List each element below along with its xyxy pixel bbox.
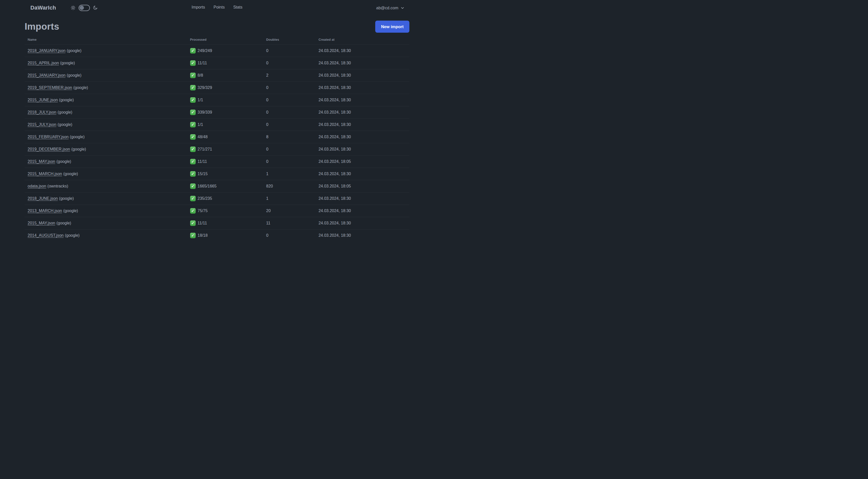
column-header-created-at: Created at: [315, 36, 409, 45]
name-cell: 2014_AUGUST.json(google): [25, 230, 187, 240]
import-file-link[interactable]: 2013_MARCH.json: [28, 209, 62, 213]
processed-cell: ✓ 8/8: [187, 69, 263, 82]
new-import-button[interactable]: New import: [375, 21, 409, 33]
doubles-cell: 0: [263, 45, 315, 57]
doubles-cell: 0: [263, 230, 315, 240]
created-at-cell: 24.03.2024, 18:30: [315, 143, 409, 155]
import-source-label: (owntracks): [48, 184, 68, 188]
processed-count: 48/48: [198, 135, 208, 139]
nav-link-points[interactable]: Points: [214, 5, 224, 9]
import-file-link[interactable]: 2019_SEPTEMBER.json: [28, 85, 72, 90]
processed-cell: ✓ 11/11: [187, 217, 263, 230]
processed-count: 1665/1665: [198, 184, 217, 188]
chevron-down-icon: [401, 6, 404, 10]
table-row: odata.json(owntracks) ✓ 1665/1665 820 24…: [25, 180, 409, 192]
table-row: 2015_MARCH.json(google) ✓ 15/15 1 24.03.…: [25, 168, 409, 180]
name-cell: odata.json(owntracks): [25, 180, 187, 192]
check-icon: ✓: [190, 72, 196, 78]
name-cell: 2015_JUNE.json(google): [25, 94, 187, 106]
processed-cell: ✓ 11/11: [187, 155, 263, 168]
import-file-link[interactable]: 2018_JUNE.json: [28, 196, 58, 201]
processed-cell: ✓ 18/18: [187, 230, 263, 240]
table-row: 2019_DECEMBER.json(google) ✓ 271/271 0 2…: [25, 143, 409, 155]
doubles-cell: 11: [263, 217, 315, 230]
import-file-link[interactable]: 2014_AUGUST.json: [28, 233, 64, 238]
processed-cell: ✓ 329/329: [187, 82, 263, 94]
import-file-link[interactable]: 2015_APRIL.json: [28, 61, 59, 65]
name-cell: 2015_MAY.json(google): [25, 217, 187, 230]
check-icon: ✓: [190, 233, 196, 238]
import-source-label: (google): [73, 85, 88, 90]
navbar-left: DaWarIch: [30, 4, 98, 11]
import-file-link[interactable]: 2015_MAY.json: [28, 159, 55, 163]
navbar: DaWarIch ImportsPointsStats ab@cd.com: [0, 0, 434, 14]
name-cell: 2019_DECEMBER.json(google): [25, 143, 187, 155]
moon-icon: [93, 5, 98, 10]
nav-link-stats[interactable]: Stats: [233, 5, 242, 9]
table-row: 2018_JUNE.json(google) ✓ 235/235 1 24.03…: [25, 192, 409, 205]
import-source-label: (google): [70, 135, 85, 139]
processed-cell: ✓ 235/235: [187, 192, 263, 205]
created-at-cell: 24.03.2024, 18:30: [315, 94, 409, 106]
processed-cell: ✓ 249/249: [187, 45, 263, 57]
check-icon: ✓: [190, 85, 196, 90]
name-cell: 2018_JUNE.json(google): [25, 192, 187, 205]
table-row: 2015_MAY.json(google) ✓ 11/11 11 24.03.2…: [25, 217, 409, 230]
import-file-link[interactable]: 2015_MARCH.json: [28, 172, 62, 176]
import-source-label: (google): [67, 49, 82, 53]
processed-count: 11/11: [198, 61, 207, 65]
check-icon: ✓: [190, 134, 196, 140]
processed-cell: ✓ 11/11: [187, 57, 263, 69]
processed-count: 18/18: [198, 233, 208, 238]
name-cell: 2018_JANUARY.json(google): [25, 45, 187, 57]
check-icon: ✓: [190, 48, 196, 54]
toggle-knob: [80, 6, 84, 10]
processed-count: 271/271: [198, 147, 212, 152]
name-cell: 2019_SEPTEMBER.json(google): [25, 82, 187, 94]
import-source-label: (google): [67, 73, 82, 78]
table-row: 2015_JUNE.json(google) ✓ 1/1 0 24.03.202…: [25, 94, 409, 106]
import-file-link[interactable]: 2018_JANUARY.json: [28, 49, 66, 53]
import-file-link[interactable]: 2015_FEBRUARY.json: [28, 135, 68, 139]
import-file-link[interactable]: 2019_DECEMBER.json: [28, 147, 70, 151]
import-file-link[interactable]: 2015_JULY.json: [28, 122, 56, 127]
doubles-cell: 20: [263, 205, 315, 217]
import-source-label: (google): [59, 196, 74, 201]
import-file-link[interactable]: odata.json: [28, 184, 46, 188]
created-at-cell: 24.03.2024, 18:30: [315, 119, 409, 131]
imports-page: Imports New import NameProcessedDoublesC…: [25, 21, 409, 239]
import-source-label: (google): [60, 61, 75, 65]
created-at-cell: 24.03.2024, 18:30: [315, 69, 409, 82]
nav-link-imports[interactable]: Imports: [192, 5, 205, 9]
check-icon: ✓: [190, 97, 196, 103]
name-cell: 2013_MARCH.json(google): [25, 205, 187, 217]
processed-count: 329/329: [198, 85, 212, 90]
processed-count: 1/1: [198, 98, 203, 102]
theme-toggle-group: [70, 5, 98, 11]
processed-count: 11/11: [198, 221, 207, 226]
doubles-cell: 0: [263, 94, 315, 106]
import-file-link[interactable]: 2015_JANUARY.json: [28, 73, 66, 78]
name-cell: 2015_FEBRUARY.json(google): [25, 131, 187, 143]
name-cell: 2015_MAY.json(google): [25, 155, 187, 168]
processed-cell: ✓ 48/48: [187, 131, 263, 143]
theme-toggle[interactable]: [79, 5, 90, 11]
account-menu[interactable]: ab@cd.com: [376, 5, 404, 10]
page-title: Imports: [25, 21, 59, 32]
page-header: Imports New import: [25, 21, 409, 33]
import-source-label: (google): [71, 147, 86, 151]
column-header-name: Name: [25, 36, 187, 45]
check-icon: ✓: [190, 122, 196, 127]
created-at-cell: 24.03.2024, 18:05: [315, 155, 409, 168]
import-source-label: (google): [57, 159, 71, 163]
check-icon: ✓: [190, 159, 196, 164]
processed-count: 339/339: [198, 110, 212, 115]
sun-icon: [70, 5, 76, 10]
check-icon: ✓: [190, 196, 196, 201]
doubles-cell: 0: [263, 155, 315, 168]
import-file-link[interactable]: 2015_MAY.json: [28, 221, 55, 225]
app-logo[interactable]: DaWarIch: [30, 4, 56, 11]
import-file-link[interactable]: 2015_JUNE.json: [28, 98, 58, 102]
check-icon: ✓: [190, 171, 196, 177]
import-file-link[interactable]: 2018_JULY.json: [28, 110, 56, 114]
